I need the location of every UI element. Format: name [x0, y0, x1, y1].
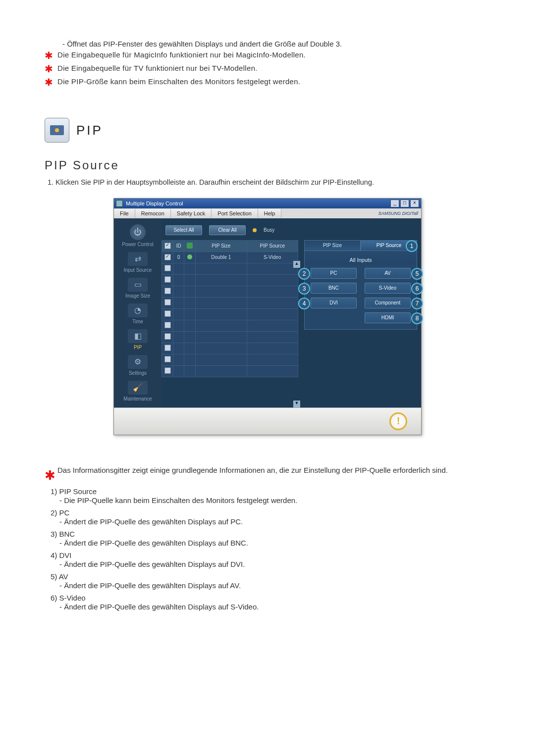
btn-label: DVI — [329, 300, 338, 305]
pip-icon: ◧ — [128, 329, 148, 343]
minimize-button[interactable]: _ — [390, 200, 399, 207]
menu-help[interactable]: Help — [258, 209, 282, 218]
table-row[interactable]: 0 Double 1 S-Video — [162, 252, 298, 263]
close-button[interactable]: × — [410, 200, 419, 207]
scroll-up-button[interactable]: ▲ — [293, 261, 300, 268]
callout-8: 8 — [411, 312, 423, 324]
pip-section-icon — [45, 118, 69, 143]
row-checkbox[interactable] — [164, 299, 171, 305]
row-checkbox[interactable] — [164, 310, 171, 317]
table-row[interactable] — [162, 354, 298, 365]
btn-label: HDMI — [381, 315, 394, 320]
row-checkbox[interactable] — [164, 265, 171, 271]
legend-title: DVI — [59, 551, 72, 559]
legend-n: 3) — [51, 530, 57, 538]
table-row[interactable] — [162, 343, 298, 354]
legend-n: 6) — [51, 594, 57, 602]
star-icon: ✱ — [45, 63, 54, 75]
table-row[interactable] — [162, 308, 298, 320]
tab-pip-size[interactable]: PIP Size — [304, 240, 361, 251]
table-row[interactable] — [162, 365, 298, 377]
app-icon — [116, 200, 123, 207]
titlebar: Multiple Display Control _ □ × — [114, 199, 421, 208]
sidebar-item-maintenance[interactable]: 🧹 Maintenance — [118, 381, 158, 402]
legend-desc: - Ändert die PIP-Quelle des gewählten Di… — [59, 560, 490, 568]
row-checkbox[interactable] — [164, 356, 171, 362]
sidebar-item-time[interactable]: ◔ Time — [118, 303, 158, 324]
legend-title: BNC — [59, 530, 75, 538]
subheading: PIP Source — [45, 158, 490, 172]
col-id: ID — [173, 240, 184, 252]
row-checkbox[interactable] — [164, 254, 171, 260]
sidebar-label: Settings — [118, 370, 158, 376]
sidebar: ⏻ Power Control ⇄ Input Source ▭ Image S… — [114, 218, 161, 407]
sidebar-item-settings[interactable]: ⚙ Settings — [118, 355, 158, 376]
source-pc-button[interactable]: 2 PC — [311, 268, 357, 279]
row-checkbox[interactable] — [164, 333, 171, 340]
legend-title: PIP Source — [59, 487, 97, 496]
source-hdmi-button[interactable]: HDMI 8 — [365, 312, 411, 323]
col-pip-source: PIP Source — [247, 240, 298, 252]
legend-n: 2) — [51, 508, 57, 517]
intro-note-2: ✱ Die Eingabequelle für TV funktioniert … — [45, 63, 490, 75]
row-checkbox[interactable] — [164, 345, 171, 351]
tab-pip-source[interactable]: PIP Source 1 — [361, 240, 417, 251]
source-bnc-button[interactable]: 3 BNC — [311, 283, 357, 294]
row-checkbox[interactable] — [164, 288, 171, 294]
row-checkbox[interactable] — [164, 322, 171, 328]
source-svideo-button[interactable]: S-Video 6 — [365, 283, 411, 294]
footnote-text: Das Informationsgitter zeigt einige grun… — [57, 465, 448, 476]
intro-dash-line: - Öffnet das PIP-Fenster des gewählten D… — [62, 40, 490, 48]
table-row[interactable] — [162, 263, 298, 274]
table-row[interactable] — [162, 274, 298, 286]
scroll-down-button[interactable]: ▼ — [293, 401, 300, 407]
status-led-icon — [187, 254, 192, 259]
toolbar: Select All Clear All Busy — [161, 218, 421, 240]
star-icon: ✱ — [45, 50, 54, 61]
select-all-button[interactable]: Select All — [165, 225, 202, 235]
callout-3: 3 — [298, 283, 310, 295]
sidebar-label: Maintenance — [118, 396, 158, 402]
table-row[interactable] — [162, 297, 298, 308]
input-source-icon: ⇄ — [128, 252, 148, 266]
source-component-button[interactable]: Component 7 — [365, 298, 411, 308]
window-title: Multiple Display Control — [126, 201, 183, 206]
sidebar-item-pip[interactable]: ◧ PIP — [118, 329, 158, 350]
legend-title: PC — [59, 508, 70, 517]
sidebar-label: Time — [118, 319, 158, 324]
star-icon: ✱ — [45, 468, 54, 483]
maximize-button[interactable]: □ — [400, 200, 409, 207]
sidebar-item-input[interactable]: ⇄ Input Source — [118, 252, 158, 273]
callout-6: 6 — [411, 283, 423, 295]
menu-safety-lock[interactable]: Safety Lock — [171, 209, 212, 218]
row-id: 0 — [173, 252, 184, 263]
sidebar-item-image-size[interactable]: ▭ Image Size — [118, 278, 158, 299]
table-row[interactable] — [162, 331, 298, 343]
row-source: S-Video — [247, 252, 298, 263]
col-status — [184, 240, 196, 252]
intro-note-3: ✱ Die PIP-Größe kann beim Einschalten de… — [45, 76, 490, 88]
legend-desc: - Ändert die PIP-Quelle des gewählten Di… — [59, 603, 490, 611]
menu-file[interactable]: File — [114, 209, 135, 218]
source-av-button[interactable]: AV 5 — [365, 268, 411, 279]
row-checkbox[interactable] — [164, 276, 171, 283]
col-checkbox[interactable] — [162, 240, 173, 252]
sidebar-item-power[interactable]: ⏻ Power Control — [118, 224, 158, 247]
clear-all-button[interactable]: Clear All — [209, 225, 246, 235]
menu-port-selection[interactable]: Port Selection — [212, 209, 258, 218]
legend-list: 1) PIP Source - Die PIP-Quelle kann beim… — [45, 487, 490, 611]
sidebar-label: Input Source — [118, 267, 158, 273]
footnote-grid: ✱ Das Informationsgitter zeigt einige gr… — [45, 465, 490, 483]
row-size: Double 1 — [196, 252, 247, 263]
menu-remocon[interactable]: Remocon — [135, 209, 171, 218]
row-checkbox[interactable] — [164, 367, 171, 374]
legend-desc: - Die PIP-Quelle kann beim Einschalten d… — [59, 496, 490, 504]
intro-note-1: ✱ Die Eingabequelle für MagicInfo funkti… — [45, 50, 490, 61]
legend-n: 1) — [51, 487, 57, 496]
callout-2: 2 — [298, 268, 310, 280]
table-row[interactable] — [162, 320, 298, 331]
legend-title: S-Video — [59, 594, 86, 602]
table-row[interactable] — [162, 286, 298, 297]
source-dvi-button[interactable]: 4 DVI — [311, 298, 357, 308]
all-inputs-label: All Inputs — [304, 251, 417, 265]
